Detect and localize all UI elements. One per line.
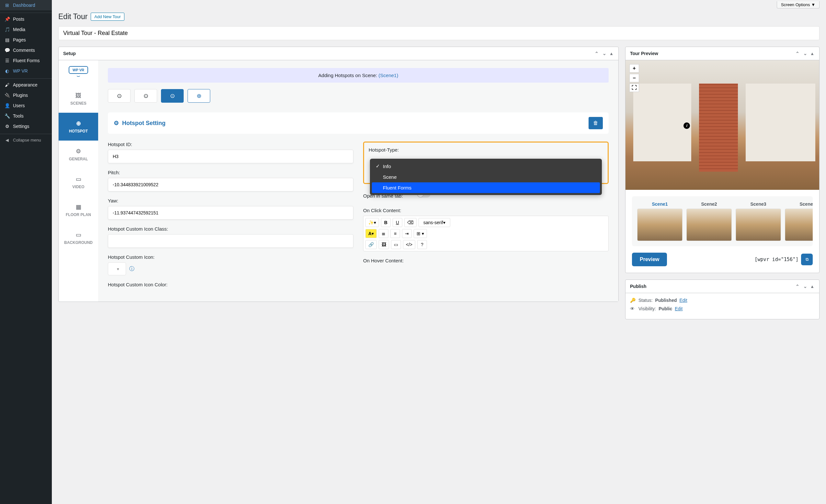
sidebar-item-pages[interactable]: ▤Pages	[0, 35, 52, 45]
zoom-in-button[interactable]: +	[629, 64, 639, 73]
fullscreen-button[interactable]: ⛶	[629, 83, 639, 92]
pitch-input[interactable]	[108, 178, 353, 191]
hotspot-chip-2[interactable]: ⊙	[134, 89, 157, 103]
nav-background[interactable]: ▭BACKGROUND	[59, 224, 98, 252]
editor-indent-button[interactable]: ⇥	[402, 229, 412, 238]
preview-canvas[interactable]: + − ⛶ i	[626, 60, 819, 190]
editor-code-button[interactable]: </>	[403, 240, 415, 249]
help-icon[interactable]: ⓘ	[129, 266, 134, 272]
panel-up-icon[interactable]: ⌃	[593, 50, 600, 57]
scene-link[interactable]: (Scene1)	[379, 73, 399, 78]
nav-floorplan[interactable]: ▦FLOOR PLAN	[59, 196, 98, 224]
gear-icon: ⚙	[61, 148, 96, 155]
setup-nav: WP VR ⌣ 🖼SCENES ⊕HOTSPOT ⚙GENERAL ▭VIDEO…	[59, 60, 98, 302]
editor-underline-button[interactable]: U	[393, 218, 402, 227]
sidebar-item-posts[interactable]: 📌Posts	[0, 14, 52, 24]
sidebar-item-media[interactable]: 🎵Media	[0, 24, 52, 35]
panel-up-icon[interactable]: ⌃	[794, 283, 801, 290]
sidebar-item-label: Settings	[13, 124, 30, 129]
panel-down-icon[interactable]: ⌄	[802, 283, 809, 290]
custom-icon-class-input[interactable]	[108, 234, 353, 248]
editor-bold-button[interactable]: B	[381, 218, 391, 227]
hotspot-scene-banner: Adding Hotspots on Scene: (Scene1)	[108, 68, 609, 82]
yaw-input[interactable]	[108, 206, 353, 219]
editor-link-button[interactable]: 🔗	[365, 240, 377, 249]
image-icon: 🖼	[61, 92, 96, 99]
collapse-icon: ◀	[4, 138, 10, 142]
add-new-tour-button[interactable]: Add New Tour	[91, 13, 124, 21]
sidebar-collapse[interactable]: ◀Collapse menu	[0, 135, 52, 145]
editor-wand-button[interactable]: ✨▾	[365, 218, 379, 227]
brush-icon: 🖌	[4, 82, 10, 87]
tour-title-input[interactable]	[58, 26, 820, 40]
page-title: Edit Tour	[58, 12, 87, 21]
screen-options-button[interactable]: Screen Options ▼	[777, 1, 820, 8]
panel-up-icon[interactable]: ⌃	[794, 50, 801, 57]
editor-help-button[interactable]: ?	[417, 240, 427, 249]
hotspot-id-input[interactable]	[108, 150, 353, 163]
editor-image-button[interactable]: 🖼	[379, 240, 389, 249]
nav-scenes[interactable]: 🖼SCENES	[59, 85, 98, 113]
delete-hotspot-button[interactable]: 🗑	[589, 117, 603, 129]
sidebar-item-label: Plugins	[13, 92, 28, 98]
floorplan-icon: ▦	[61, 203, 96, 210]
sidebar-item-wpvr[interactable]: ◐WP VR	[0, 66, 52, 76]
nav-hotspot[interactable]: ⊕HOTSPOT	[59, 113, 98, 140]
sidebar-item-tools[interactable]: 🔧Tools	[0, 111, 52, 121]
preview-button[interactable]: Preview	[632, 253, 667, 266]
sidebar-item-comments[interactable]: 💬Comments	[0, 45, 52, 55]
hotspot-chip-3[interactable]: ⊙	[161, 89, 184, 103]
sidebar-item-dashboard[interactable]: ⊞Dashboard	[0, 0, 52, 10]
scene-thumb-4[interactable]: Scene4	[785, 201, 813, 241]
icon-picker[interactable]: ▾	[108, 262, 126, 275]
copy-shortcode-button[interactable]: ⧉	[801, 254, 813, 265]
zoom-out-button[interactable]: −	[629, 74, 639, 82]
panel-toggle-icon[interactable]: ▴	[810, 283, 815, 290]
editor-ol-button[interactable]: ≡	[390, 229, 400, 238]
sidebar-item-fluent-forms[interactable]: ☰Fluent Forms	[0, 55, 52, 66]
edit-visibility-link[interactable]: Edit	[675, 306, 683, 311]
hotspot-chip-add[interactable]: ⊕	[187, 89, 210, 103]
panel-toggle-icon[interactable]: ▴	[810, 50, 815, 57]
on-hover-label: On Hover Content:	[363, 258, 609, 263]
editor-font-select[interactable]: sans-serif ▾	[418, 218, 450, 227]
hotspot-type-dropdown[interactable]: ✓Info Scene Fluent Forms	[370, 159, 602, 195]
hotspot-type-label: Hotspot-Type:	[369, 147, 603, 152]
sidebar-item-label: Posts	[13, 16, 24, 22]
editor-erase-button[interactable]: ⌫	[404, 218, 417, 227]
editor-color-button[interactable]: A ▾	[365, 229, 377, 238]
preview-panel-title: Tour Preview	[630, 51, 658, 56]
panel-down-icon[interactable]: ⌄	[601, 50, 608, 57]
video-icon: ▭	[61, 176, 96, 183]
sidebar-item-users[interactable]: 👤Users	[0, 101, 52, 111]
scene-thumb-1[interactable]: Scene1	[637, 201, 683, 241]
publish-panel: Publish ⌃ ⌄ ▴ 🔑 Status: Published Edit	[625, 279, 820, 319]
pin-icon: 📌	[4, 16, 10, 22]
scene-thumb-2[interactable]: Scene2	[687, 201, 732, 241]
panel-toggle-icon[interactable]: ▴	[609, 50, 614, 57]
custom-icon-class-label: Hotspot Custom Icon Class:	[108, 226, 353, 232]
editor-ul-button[interactable]: ≣	[379, 229, 389, 238]
editor-table-button[interactable]: ⊞ ▾	[414, 229, 427, 238]
dropdown-item-info[interactable]: ✓Info	[372, 161, 600, 172]
chevron-down-icon: ▾	[117, 266, 119, 271]
sidebar-item-settings[interactable]: ⚙Settings	[0, 121, 52, 131]
editor-video-button[interactable]: ▭	[391, 240, 401, 249]
nav-general[interactable]: ⚙GENERAL	[59, 140, 98, 169]
hotspot-chip-1[interactable]: ⊙	[108, 89, 130, 103]
sidebar-item-label: Tools	[13, 113, 24, 119]
scene-thumb-3[interactable]: Scene3	[735, 201, 781, 241]
edit-status-link[interactable]: Edit	[680, 298, 687, 303]
sidebar-item-label: Comments	[13, 48, 35, 53]
nav-video[interactable]: ▭VIDEO	[59, 169, 98, 196]
setup-panel-title: Setup	[63, 51, 76, 56]
panel-down-icon[interactable]: ⌄	[802, 50, 809, 57]
sidebar-item-appearance[interactable]: 🖌Appearance	[0, 80, 52, 90]
dropdown-item-scene[interactable]: Scene	[372, 172, 600, 182]
user-icon: 👤	[4, 103, 10, 108]
shortcode-text: [wpvr id="156"]	[755, 257, 799, 262]
sidebar-item-plugins[interactable]: 🔌Plugins	[0, 90, 52, 101]
hotspot-setting-title: Hotspot Setting	[122, 120, 166, 127]
dropdown-item-fluent-forms[interactable]: Fluent Forms	[372, 182, 600, 193]
on-click-label: On Click Content:	[363, 208, 609, 213]
